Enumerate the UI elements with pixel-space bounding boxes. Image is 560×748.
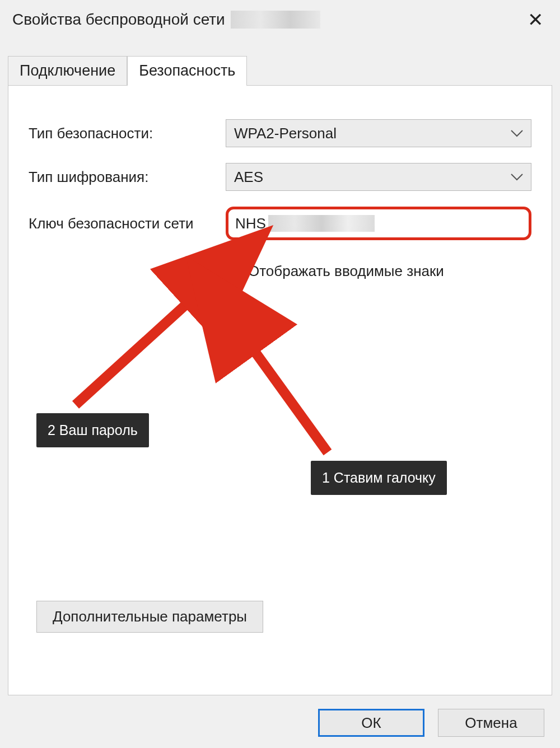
callout-password: 2 Ваш пароль <box>36 413 149 447</box>
callout-checkbox: 1 Ставим галочку <box>311 461 447 495</box>
svg-line-0 <box>76 293 199 405</box>
tab-connection[interactable]: Подключение <box>8 56 127 85</box>
svg-line-1 <box>245 338 328 452</box>
dialog-buttons: ОК Отмена <box>318 709 544 737</box>
ok-button[interactable]: ОК <box>318 709 424 737</box>
cancel-button[interactable]: Отмена <box>438 709 544 737</box>
network-name-redacted <box>231 11 320 29</box>
tab-connection-label: Подключение <box>20 62 115 79</box>
window-title: Свойства беспроводной сети <box>12 11 225 29</box>
ok-button-label: ОК <box>361 714 381 732</box>
cancel-button-label: Отмена <box>465 714 517 732</box>
callout-checkbox-text: 1 Ставим галочку <box>322 470 436 485</box>
advanced-settings-label: Дополнительные параметры <box>53 608 247 625</box>
tab-security[interactable]: Безопасность <box>127 56 247 86</box>
tab-strip: Подключение Безопасность <box>8 55 560 85</box>
close-icon[interactable]: ✕ <box>523 8 548 31</box>
callout-password-text: 2 Ваш пароль <box>48 422 138 438</box>
title-bar: Свойства беспроводной сети ✕ <box>0 0 560 39</box>
security-panel: Тип безопасности: WPA2-Personal Тип шифр… <box>8 85 552 695</box>
advanced-settings-button[interactable]: Дополнительные параметры <box>36 601 263 633</box>
tab-security-label: Безопасность <box>139 62 235 79</box>
